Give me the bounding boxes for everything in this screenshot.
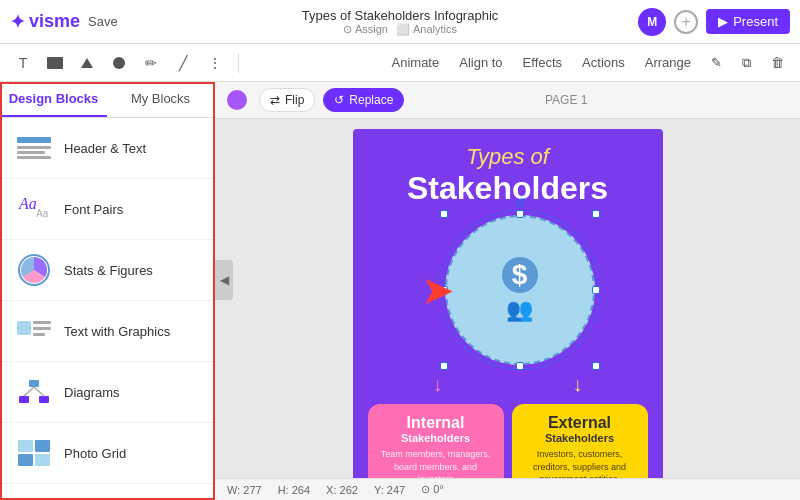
text-graphics-icon [16,313,52,349]
rect-tool-icon[interactable] [42,50,68,76]
canvas-wrapper[interactable]: Types of Stakeholders ➤ $ 👥 [343,119,673,500]
svg-rect-11 [33,321,51,324]
assign-link[interactable]: ⊙ Assign [343,23,388,36]
save-button[interactable]: Save [88,14,118,29]
user-avatar[interactable]: M [638,8,666,36]
svg-text:Aa: Aa [18,195,37,212]
handle-bottom-left [440,362,448,370]
toolbar-right: Animate Align to Effects Actions Arrange… [386,52,790,74]
sidebar-item-text-graphics[interactable]: Text with Graphics [0,301,214,362]
visme-v-icon: ✦ [10,11,25,33]
sidebar-item-call-to-action[interactable]: Call to Action [0,484,214,500]
svg-rect-3 [17,137,51,143]
canvas-inner: Types of Stakeholders ➤ $ 👥 [353,129,663,500]
svg-marker-1 [81,58,93,68]
sidebar-item-label: Diagrams [64,385,120,400]
rotate-handle[interactable]: ↺ [514,195,526,211]
analytics-icon: ⬜ [396,23,410,36]
arrow-left-icon: ➤ [421,267,455,313]
flip-button[interactable]: ⇄ Flip [259,88,315,112]
pen-icon-btn[interactable]: ✎ [705,52,728,73]
sidebar-item-stats-figures[interactable]: Stats & Figures [0,240,214,301]
visme-logo: ✦ visme [10,11,80,33]
tab-my-blocks[interactable]: My Blocks [107,82,214,117]
triangle-tool-icon[interactable] [74,50,100,76]
sidebar: Design Blocks My Blocks Header & Text [0,82,215,500]
down-arrow-left: ↓ [433,373,443,396]
infographic-canvas: Types of Stakeholders ➤ $ 👥 [353,129,663,500]
actions-button[interactable]: Actions [576,52,631,73]
more-tools-icon[interactable]: ⋮ [202,50,228,76]
visme-wordmark: visme [29,11,80,32]
svg-rect-19 [18,440,33,452]
assign-icon: ⊙ [343,23,352,36]
present-button[interactable]: ▶ Present [706,9,790,34]
types-of-text: Types of [368,144,648,170]
handle-right [592,286,600,294]
copy-icon-btn[interactable]: ⧉ [736,52,757,74]
svg-line-18 [34,387,44,396]
color-swatch[interactable] [227,90,247,110]
sidebar-item-diagrams[interactable]: Diagrams [0,362,214,423]
sidebar-item-label: Font Pairs [64,202,123,217]
main-layout: Design Blocks My Blocks Header & Text [0,82,800,500]
center-circle-wrapper: ➤ $ 👥 [368,215,648,365]
flip-label: Flip [285,93,304,107]
text-tool-icon[interactable]: T [10,50,36,76]
status-bar: W: 277 H: 264 X: 262 Y: 247 ⊙ 0° [215,478,800,500]
svg-line-17 [24,387,34,396]
top-bar-center: Types of Stakeholders Infographic ⊙ Assi… [302,8,499,36]
line-tool-icon[interactable]: ╱ [170,50,196,76]
x-label: X: 262 [326,484,358,496]
analytics-label: Analytics [413,23,457,35]
internal-subtitle: Stakeholders [378,432,494,444]
center-circle: $ 👥 [445,215,595,365]
infographic-title: Types of Stakeholders [368,144,648,207]
sidebar-item-header-text[interactable]: Header & Text [0,118,214,179]
circle-container[interactable]: $ 👥 [445,215,595,365]
svg-rect-20 [35,440,50,452]
sidebar-collapse-button[interactable]: ◀ [215,260,233,300]
header-text-icon [16,130,52,166]
tab-design-blocks[interactable]: Design Blocks [0,82,107,117]
play-icon: ▶ [718,14,728,29]
handle-top-left [440,210,448,218]
effects-button[interactable]: Effects [517,52,569,73]
svg-rect-12 [33,327,51,330]
replace-icon: ↺ [334,93,344,107]
sidebar-item-font-pairs[interactable]: Aa Aa Font Pairs [0,179,214,240]
diagrams-icon [16,374,52,410]
flip-icon: ⇄ [270,93,280,107]
replace-button[interactable]: ↺ Replace [323,88,404,112]
angle-label: ⊙ 0° [421,483,444,496]
animate-button[interactable]: Animate [386,52,446,73]
sidebar-item-label: Text with Graphics [64,324,170,339]
flip-replace-controls: ⇄ Flip ↺ Replace [227,88,404,112]
trash-icon-btn[interactable]: 🗑 [765,52,790,73]
svg-rect-0 [47,57,63,69]
top-bar-right: M + ▶ Present [638,8,790,36]
external-subtitle: Stakeholders [522,432,638,444]
analytics-link[interactable]: ⬜ Analytics [396,23,457,36]
arrange-button[interactable]: Arrange [639,52,697,73]
assign-label: Assign [355,23,388,35]
internal-title: Internal [378,414,494,432]
top-bar: ✦ visme Save Types of Stakeholders Infog… [0,0,800,44]
down-arrows: ↓ ↓ [368,373,648,396]
pen-tool-icon[interactable]: ✏ [138,50,164,76]
circle-tool-icon[interactable] [106,50,132,76]
stakeholders-title: Stakeholders [368,170,648,207]
handle-bottom-right [592,362,600,370]
add-collaborator-button[interactable]: + [674,10,698,34]
photo-grid-icon [16,435,52,471]
canvas-toolbar: ⇄ Flip ↺ Replace PAGE 1 [215,82,800,119]
sidebar-tabs: Design Blocks My Blocks [0,82,214,118]
handle-top [516,210,524,218]
sidebar-item-photo-grid[interactable]: Photo Grid [0,423,214,484]
sidebar-items: Header & Text Aa Aa Font Pairs [0,118,214,500]
svg-rect-16 [39,396,49,403]
page-label: PAGE 1 [545,93,587,107]
replace-label: Replace [349,93,393,107]
align-button[interactable]: Align to [453,52,508,73]
canvas-area: ⇄ Flip ↺ Replace PAGE 1 Types of Stakeho… [215,82,800,500]
